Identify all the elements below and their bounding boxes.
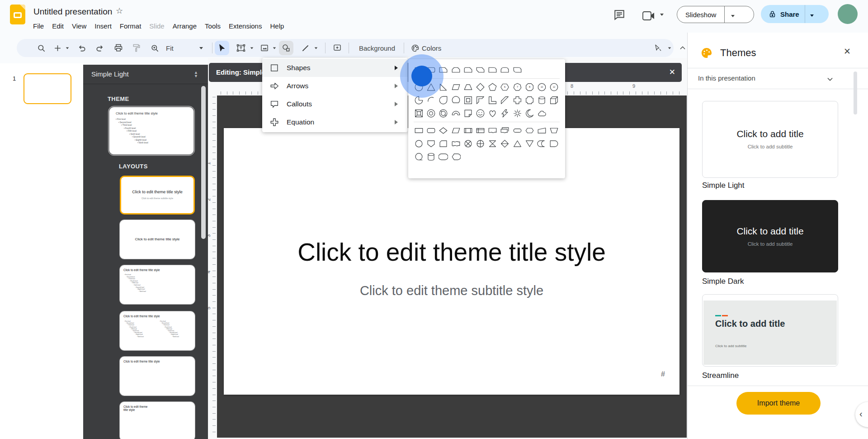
- flowchart-alternate-process-shape[interactable]: [425, 124, 437, 137]
- insert-comment-icon[interactable]: [330, 39, 345, 57]
- flowchart-direct-access-storage-shape[interactable]: [437, 150, 449, 163]
- flowchart-sequential-access-storage-shape[interactable]: [413, 150, 425, 163]
- paint-format-icon[interactable]: [129, 39, 144, 57]
- parallelogram-shape[interactable]: [450, 81, 462, 94]
- account-avatar[interactable]: [838, 4, 858, 24]
- moon-shape[interactable]: [524, 107, 536, 120]
- menu-item-equation[interactable]: Equation: [262, 113, 408, 131]
- flowchart-terminator-shape[interactable]: [511, 124, 524, 137]
- heart-shape[interactable]: [486, 107, 499, 120]
- flowchart-multidocument-shape[interactable]: [499, 124, 511, 137]
- flowchart-internal-storage-shape[interactable]: [474, 124, 486, 137]
- bevel-shape[interactable]: [413, 107, 425, 120]
- octagon-shape[interactable]: 8: [524, 81, 536, 94]
- menu-slide[interactable]: Slide: [145, 21, 168, 31]
- decagon-shape[interactable]: 10: [536, 81, 548, 94]
- menu-arrange[interactable]: Arrange: [169, 21, 201, 31]
- theme-card-simple-dark[interactable]: Click to add title Click to add subtitle: [702, 200, 838, 272]
- theme-card-streamline[interactable]: Click to add title Click to add subtitle: [702, 294, 838, 367]
- diamond-shape[interactable]: [474, 81, 486, 94]
- no-symbol-shape[interactable]: [437, 107, 449, 120]
- theme-master-thumbnail[interactable]: Click to edit theme title style • First …: [109, 107, 193, 154]
- flowchart-preparation-shape[interactable]: [524, 124, 536, 137]
- flowchart-summing-junction-shape[interactable]: [462, 137, 474, 150]
- text-box-caret[interactable]: [250, 48, 253, 49]
- cross-shape[interactable]: [511, 94, 524, 107]
- menu-extensions[interactable]: Extensions: [225, 21, 266, 31]
- teardrop-shape[interactable]: [437, 94, 449, 107]
- zoom-icon[interactable]: [147, 39, 162, 57]
- menu-format[interactable]: Format: [116, 21, 146, 31]
- chord-shape[interactable]: [450, 94, 462, 107]
- undo-icon[interactable]: [75, 39, 89, 57]
- menu-file[interactable]: File: [29, 21, 48, 31]
- in-this-presentation-section[interactable]: In this presentation: [698, 74, 755, 82]
- donut-shape[interactable]: [425, 107, 437, 120]
- flowchart-extract-shape[interactable]: [511, 137, 524, 150]
- meet-dropdown-caret[interactable]: [660, 14, 664, 16]
- layout-thumbnail-title-and-body[interactable]: Click to edit theme title style • First …: [120, 265, 195, 304]
- theme-panel-scrollbar[interactable]: [201, 86, 206, 239]
- layout-thumbnail-title-two-columns[interactable]: Click to edit theme title style • First …: [120, 311, 195, 350]
- flowchart-process-shape[interactable]: [413, 124, 425, 137]
- menu-view[interactable]: View: [68, 21, 90, 31]
- flowchart-collate-shape[interactable]: [486, 137, 499, 150]
- flowchart-stored-data-shape[interactable]: [536, 137, 548, 150]
- pen-tools-caret[interactable]: [668, 48, 671, 49]
- print-icon[interactable]: [111, 39, 126, 57]
- menu-tools[interactable]: Tools: [201, 21, 225, 31]
- redo-icon[interactable]: [93, 39, 107, 57]
- zoom-fit-select[interactable]: Fit: [166, 39, 184, 57]
- menu-insert[interactable]: Insert: [90, 21, 116, 31]
- flowchart-sort-shape[interactable]: [499, 137, 511, 150]
- search-menus-icon[interactable]: [34, 39, 48, 57]
- plaque-shape[interactable]: [524, 94, 536, 107]
- flowchart-punched-tape-shape[interactable]: [450, 137, 462, 150]
- pentagon-shape[interactable]: [486, 81, 499, 94]
- layout-thumbnail-title-only[interactable]: Click to edit theme title style: [120, 357, 195, 396]
- flowchart-display-shape[interactable]: [450, 150, 462, 163]
- insert-line-tool[interactable]: [298, 39, 312, 57]
- menu-item-arrows[interactable]: Arrows: [262, 77, 408, 95]
- text-box-tool[interactable]: [234, 39, 248, 57]
- flowchart-card-shape[interactable]: [437, 137, 449, 150]
- insert-line-caret[interactable]: [315, 48, 317, 49]
- flowchart-document-shape[interactable]: [486, 124, 499, 137]
- flowchart-predefined-process-shape[interactable]: [462, 124, 474, 137]
- flowchart-decision-shape[interactable]: [437, 124, 449, 137]
- l-shape-shape[interactable]: [486, 94, 499, 107]
- flowchart-connector-shape[interactable]: [413, 137, 425, 150]
- reorder-icon[interactable]: ▲▼: [194, 71, 198, 78]
- slides-logo-icon[interactable]: [10, 5, 25, 24]
- join-meet-icon[interactable]: [642, 11, 656, 21]
- cube-shape[interactable]: [548, 94, 560, 107]
- zoom-fit-caret[interactable]: [199, 47, 203, 49]
- toast-close-icon[interactable]: ✕: [669, 63, 675, 82]
- flowchart-off-page-connector-shape[interactable]: [425, 137, 437, 150]
- theme-card-simple-light[interactable]: Click to add title Click to add subtitle: [702, 101, 838, 178]
- layout-thumbnail-partial[interactable]: Click to edit theme title style: [120, 402, 195, 439]
- slideshow-button[interactable]: Slideshow: [677, 6, 754, 23]
- round-diagonal-corner-rectangle-shape[interactable]: [511, 63, 524, 76]
- flowchart-manual-input-shape[interactable]: [536, 124, 548, 137]
- round-single-corner-rectangle-shape[interactable]: [486, 63, 499, 76]
- background-button[interactable]: Background: [357, 39, 397, 57]
- flowchart-manual-operation-shape[interactable]: [548, 124, 560, 137]
- new-slide-caret[interactable]: [66, 48, 69, 49]
- flowchart-magnetic-disk-shape[interactable]: [425, 150, 437, 163]
- themes-close-icon[interactable]: ✕: [844, 46, 851, 57]
- chevron-down-icon[interactable]: [826, 76, 834, 83]
- menu-item-callouts[interactable]: Callouts: [262, 95, 408, 113]
- menu-item-shapes[interactable]: Shapes: [262, 59, 408, 77]
- import-theme-button[interactable]: Import theme: [736, 392, 821, 415]
- snip-same-side-corner-rectangle-shape[interactable]: [450, 63, 462, 76]
- diagonal-stripe-shape[interactable]: [499, 94, 511, 107]
- dodecagon-shape[interactable]: 12: [548, 81, 560, 94]
- menu-help[interactable]: Help: [266, 21, 288, 31]
- menu-edit[interactable]: Edit: [48, 21, 68, 31]
- half-frame-shape[interactable]: [474, 94, 486, 107]
- snip-and-round-single-corner-rectangle-shape[interactable]: [462, 63, 474, 76]
- slideshow-dropdown-caret[interactable]: [725, 11, 741, 19]
- snip-diagonal-corner-rectangle-shape[interactable]: [474, 63, 486, 76]
- cloud-shape[interactable]: [536, 107, 548, 120]
